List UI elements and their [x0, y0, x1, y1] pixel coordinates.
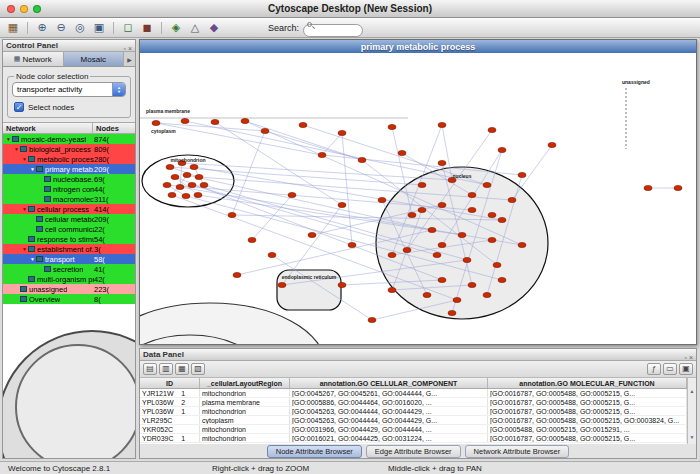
open-folder-icon[interactable]: ▭ — [663, 363, 677, 375]
network-node[interactable] — [403, 247, 411, 252]
close-panel-icon[interactable]: × — [128, 45, 132, 52]
hide-selected-icon[interactable]: ◼ — [139, 20, 155, 36]
tree-row[interactable]: ▼transport58( — [3, 254, 135, 264]
network-node[interactable] — [338, 202, 346, 207]
network-node[interactable] — [200, 182, 208, 187]
network-node[interactable] — [152, 120, 160, 125]
network-node[interactable] — [388, 287, 396, 292]
network-node[interactable] — [241, 118, 249, 123]
tree-row[interactable]: ▼primary metab...209( — [3, 164, 135, 174]
tree-row[interactable]: multi-organism pro...42( — [3, 274, 135, 284]
float-panel-icon[interactable]: ▫ — [684, 354, 686, 361]
network-node[interactable] — [171, 174, 179, 179]
tab-network-attribute-browser[interactable]: Network Attribute Browser — [465, 445, 570, 458]
tree-row[interactable]: unassigned223( — [3, 284, 135, 294]
tree-row[interactable]: ▼cellular process414( — [3, 204, 135, 214]
network-node[interactable] — [368, 317, 376, 322]
network-node[interactable] — [228, 212, 236, 217]
network-node[interactable] — [453, 297, 461, 302]
network-node[interactable] — [168, 192, 176, 197]
network-node[interactable] — [181, 118, 189, 123]
network-window-titlebar[interactable]: primary metabolic process — [140, 40, 696, 53]
network-node[interactable] — [498, 277, 506, 282]
tree-row[interactable]: cellular metabo...209( — [3, 214, 135, 224]
network-node[interactable] — [458, 232, 466, 237]
delete-attribute-icon[interactable]: ▧ — [191, 363, 205, 375]
network-node[interactable] — [463, 257, 471, 262]
network-node[interactable] — [508, 197, 516, 202]
expand-toggle-icon[interactable]: ▼ — [5, 136, 12, 142]
network-node[interactable] — [233, 272, 241, 277]
column-header-nodes[interactable]: Nodes — [93, 123, 135, 133]
network-node[interactable] — [483, 182, 491, 187]
table-row[interactable]: YDR039C__1mitochondrion[GO:0016021, GO:0… — [140, 434, 687, 443]
network-node[interactable] — [433, 252, 441, 257]
network-node[interactable] — [483, 292, 491, 297]
expand-toggle-icon[interactable]: ▼ — [21, 206, 28, 212]
network-node[interactable] — [438, 122, 446, 127]
table-row[interactable]: YJR121W__1mitochondrion[GO:0045267, GO:0… — [140, 389, 687, 398]
tree-row[interactable]: secretion41( — [3, 264, 135, 274]
tab-network[interactable]: ▦Network — [3, 52, 64, 66]
network-node[interactable] — [448, 310, 456, 315]
network-node[interactable] — [338, 282, 346, 287]
network-node[interactable] — [488, 212, 496, 217]
network-node[interactable] — [548, 142, 556, 147]
network-node[interactable] — [268, 252, 276, 257]
expand-toggle-icon[interactable]: ▼ — [13, 146, 20, 152]
tree-row[interactable]: nucleobase...69( — [3, 174, 135, 184]
scroll-up-icon[interactable] — [690, 379, 695, 397]
network-node[interactable] — [248, 237, 256, 242]
network-node[interactable] — [358, 157, 366, 162]
tree-row[interactable]: ▼biological_process809( — [3, 144, 135, 154]
function-builder-icon[interactable]: ƒ — [647, 363, 661, 375]
tree-row[interactable]: ▼mosaic-demo-yeast874( — [3, 134, 135, 144]
network-canvas[interactable]: plasma membranecytoplasmmitochondrionnuc… — [140, 53, 696, 344]
tab-node-attribute-browser[interactable]: Node Attribute Browser — [267, 445, 362, 458]
node-color-dropdown[interactable]: transporter activity — [12, 82, 126, 97]
column-header[interactable]: annotation.GO CELLULAR_COMPONENT — [290, 378, 488, 388]
network-node[interactable] — [338, 130, 346, 135]
network-node[interactable] — [288, 192, 296, 197]
network-node[interactable] — [498, 217, 506, 222]
scroll-down-icon[interactable] — [690, 425, 695, 443]
network-node[interactable] — [493, 262, 501, 267]
network-node[interactable] — [418, 182, 426, 187]
tree-row[interactable]: Overview8( — [3, 294, 135, 304]
vizmapper-icon[interactable]: ◆ — [206, 20, 222, 36]
network-node[interactable] — [166, 164, 174, 169]
save-table-icon[interactable]: ▣ — [679, 363, 693, 375]
expand-toggle-icon[interactable]: ▼ — [21, 246, 28, 252]
network-node[interactable] — [318, 152, 326, 157]
network-node[interactable] — [518, 242, 526, 247]
close-panel-icon[interactable]: × — [689, 354, 693, 361]
network-node[interactable] — [468, 282, 476, 287]
network-node[interactable] — [261, 128, 269, 133]
table-scrollbar[interactable] — [687, 378, 696, 444]
network-node[interactable] — [278, 282, 286, 287]
import-attributes-icon[interactable]: ▦ — [175, 363, 189, 375]
open-session-icon[interactable]: ▦ — [5, 20, 21, 36]
tree-row[interactable]: ▼metabolic process280( — [3, 154, 135, 164]
column-header[interactable]: annotation.GO MOLECULAR_FUNCTION — [488, 378, 687, 388]
table-row[interactable]: YPL036W__1mitochondrion[GO:0045263, GO:0… — [140, 407, 687, 416]
table-row[interactable]: YLR295Ccytoplasm[GO:0045263, GO:0044444,… — [140, 416, 687, 425]
network-node[interactable] — [388, 252, 396, 257]
network-node[interactable] — [438, 160, 446, 165]
annotation-icon[interactable]: △ — [187, 20, 203, 36]
zoom-selected-icon[interactable]: ◎ — [72, 20, 88, 36]
select-attributes-icon[interactable]: ▤ — [143, 363, 157, 375]
network-node[interactable] — [488, 237, 496, 242]
tab-mosaic[interactable]: Mosaic — [64, 52, 125, 66]
zoom-fit-icon[interactable]: ▣ — [91, 20, 107, 36]
network-node[interactable] — [468, 207, 476, 212]
select-nodes-checkbox[interactable]: ✓ — [14, 102, 24, 112]
column-header[interactable]: ID — [140, 378, 200, 388]
network-node[interactable] — [378, 197, 386, 202]
column-header[interactable]: _cellularLayoutRegion — [200, 378, 290, 388]
network-node[interactable] — [498, 147, 506, 152]
network-node[interactable] — [408, 212, 416, 217]
show-all-icon[interactable]: ◻ — [120, 20, 136, 36]
network-node[interactable] — [423, 292, 431, 297]
tree-row[interactable]: ▼establishment of...3( — [3, 244, 135, 254]
